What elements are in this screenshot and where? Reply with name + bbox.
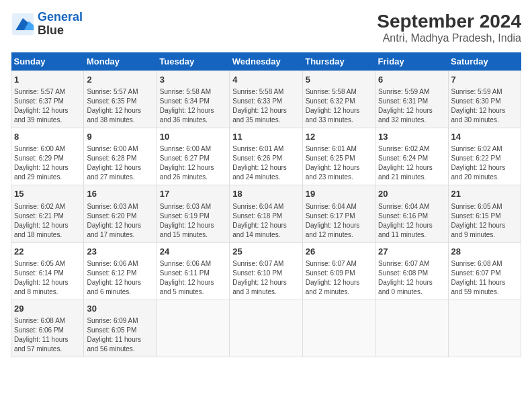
day-number: 1 <box>14 74 81 86</box>
calendar-cell: 21Sunrise: 6:05 AM Sunset: 6:15 PM Dayli… <box>448 185 521 242</box>
day-number: 27 <box>378 246 445 258</box>
logo: General Blue <box>11 11 83 38</box>
logo-text: General Blue <box>38 11 83 38</box>
day-number: 13 <box>378 131 445 143</box>
calendar-cell <box>302 300 375 357</box>
calendar-cell: 23Sunrise: 6:06 AM Sunset: 6:12 PM Dayli… <box>84 242 157 300</box>
day-number: 15 <box>14 188 81 200</box>
day-number: 17 <box>160 188 226 200</box>
day-number: 30 <box>87 303 153 315</box>
day-info: Sunrise: 6:03 AM Sunset: 6:20 PM Dayligh… <box>87 202 153 240</box>
day-info: Sunrise: 6:06 AM Sunset: 6:11 PM Dayligh… <box>160 259 226 297</box>
day-info: Sunrise: 5:59 AM Sunset: 6:31 PM Dayligh… <box>378 87 445 125</box>
day-number: 4 <box>232 74 299 86</box>
day-number: 2 <box>87 74 153 86</box>
calendar-cell: 28Sunrise: 6:08 AM Sunset: 6:07 PM Dayli… <box>448 242 521 300</box>
day-number: 23 <box>87 246 153 258</box>
day-info: Sunrise: 5:58 AM Sunset: 6:34 PM Dayligh… <box>160 87 226 125</box>
calendar-cell: 13Sunrise: 6:02 AM Sunset: 6:24 PM Dayli… <box>375 128 448 185</box>
day-number: 18 <box>232 188 299 200</box>
calendar-cell <box>448 300 521 357</box>
column-header-monday: Monday <box>84 52 157 71</box>
calendar-cell: 4Sunrise: 5:58 AM Sunset: 6:33 PM Daylig… <box>230 71 302 128</box>
day-info: Sunrise: 6:08 AM Sunset: 6:07 PM Dayligh… <box>451 259 518 297</box>
day-number: 5 <box>306 74 372 86</box>
calendar-cell: 1Sunrise: 5:57 AM Sunset: 6:37 PM Daylig… <box>11 71 84 128</box>
page-header: General Blue September 2024 Antri, Madhy… <box>11 11 521 44</box>
day-number: 24 <box>160 246 226 258</box>
calendar-cell: 11Sunrise: 6:01 AM Sunset: 6:26 PM Dayli… <box>230 128 302 185</box>
day-number: 28 <box>451 246 518 258</box>
column-header-saturday: Saturday <box>448 52 521 71</box>
day-info: Sunrise: 6:08 AM Sunset: 6:06 PM Dayligh… <box>14 316 81 354</box>
calendar-cell: 12Sunrise: 6:01 AM Sunset: 6:25 PM Dayli… <box>302 128 375 185</box>
day-info: Sunrise: 6:02 AM Sunset: 6:22 PM Dayligh… <box>451 144 518 182</box>
day-info: Sunrise: 6:00 AM Sunset: 6:27 PM Dayligh… <box>160 144 226 182</box>
day-info: Sunrise: 6:05 AM Sunset: 6:14 PM Dayligh… <box>14 259 81 297</box>
page-subtitle: Antri, Madhya Pradesh, India <box>377 32 521 44</box>
calendar-cell: 15Sunrise: 6:02 AM Sunset: 6:21 PM Dayli… <box>11 185 84 242</box>
day-number: 3 <box>160 74 226 86</box>
column-header-tuesday: Tuesday <box>157 52 229 71</box>
calendar-cell: 5Sunrise: 5:58 AM Sunset: 6:32 PM Daylig… <box>302 71 375 128</box>
day-number: 21 <box>451 188 518 200</box>
calendar-cell: 26Sunrise: 6:07 AM Sunset: 6:09 PM Dayli… <box>302 242 375 300</box>
calendar-week-1: 1Sunrise: 5:57 AM Sunset: 6:37 PM Daylig… <box>11 71 521 128</box>
calendar-cell: 17Sunrise: 6:03 AM Sunset: 6:19 PM Dayli… <box>157 185 229 242</box>
calendar-cell: 8Sunrise: 6:00 AM Sunset: 6:29 PM Daylig… <box>11 128 84 185</box>
calendar-week-2: 8Sunrise: 6:00 AM Sunset: 6:29 PM Daylig… <box>11 128 521 185</box>
day-info: Sunrise: 6:02 AM Sunset: 6:21 PM Dayligh… <box>14 202 81 240</box>
calendar-cell: 2Sunrise: 5:57 AM Sunset: 6:35 PM Daylig… <box>84 71 157 128</box>
calendar-cell <box>157 300 229 357</box>
day-number: 20 <box>378 188 445 200</box>
day-info: Sunrise: 6:02 AM Sunset: 6:24 PM Dayligh… <box>378 144 445 182</box>
day-number: 10 <box>160 131 226 143</box>
day-info: Sunrise: 6:07 AM Sunset: 6:08 PM Dayligh… <box>378 259 445 297</box>
calendar-table: SundayMondayTuesdayWednesdayThursdayFrid… <box>11 52 521 357</box>
day-info: Sunrise: 5:57 AM Sunset: 6:35 PM Dayligh… <box>87 87 153 125</box>
day-info: Sunrise: 6:04 AM Sunset: 6:16 PM Dayligh… <box>378 202 445 240</box>
calendar-cell: 7Sunrise: 5:59 AM Sunset: 6:30 PM Daylig… <box>448 71 521 128</box>
calendar-week-4: 22Sunrise: 6:05 AM Sunset: 6:14 PM Dayli… <box>11 242 521 300</box>
day-info: Sunrise: 6:03 AM Sunset: 6:19 PM Dayligh… <box>160 202 226 240</box>
day-info: Sunrise: 5:58 AM Sunset: 6:32 PM Dayligh… <box>306 87 372 125</box>
day-info: Sunrise: 6:04 AM Sunset: 6:17 PM Dayligh… <box>306 202 372 240</box>
day-info: Sunrise: 5:57 AM Sunset: 6:37 PM Dayligh… <box>14 87 81 125</box>
day-number: 25 <box>232 246 299 258</box>
logo-icon <box>11 12 35 36</box>
day-info: Sunrise: 5:59 AM Sunset: 6:30 PM Dayligh… <box>451 87 518 125</box>
calendar-cell: 24Sunrise: 6:06 AM Sunset: 6:11 PM Dayli… <box>157 242 229 300</box>
calendar-cell: 10Sunrise: 6:00 AM Sunset: 6:27 PM Dayli… <box>157 128 229 185</box>
day-number: 16 <box>87 188 153 200</box>
day-number: 7 <box>451 74 518 86</box>
calendar-cell: 14Sunrise: 6:02 AM Sunset: 6:22 PM Dayli… <box>448 128 521 185</box>
day-info: Sunrise: 6:05 AM Sunset: 6:15 PM Dayligh… <box>451 202 518 240</box>
day-info: Sunrise: 6:09 AM Sunset: 6:05 PM Dayligh… <box>87 316 153 354</box>
calendar-cell: 9Sunrise: 6:00 AM Sunset: 6:28 PM Daylig… <box>84 128 157 185</box>
calendar-cell <box>230 300 302 357</box>
day-number: 19 <box>306 188 372 200</box>
calendar-cell: 16Sunrise: 6:03 AM Sunset: 6:20 PM Dayli… <box>84 185 157 242</box>
calendar-cell: 29Sunrise: 6:08 AM Sunset: 6:06 PM Dayli… <box>11 300 84 357</box>
day-info: Sunrise: 6:00 AM Sunset: 6:28 PM Dayligh… <box>87 144 153 182</box>
calendar-cell: 6Sunrise: 5:59 AM Sunset: 6:31 PM Daylig… <box>375 71 448 128</box>
day-info: Sunrise: 5:58 AM Sunset: 6:33 PM Dayligh… <box>232 87 299 125</box>
calendar-body: 1Sunrise: 5:57 AM Sunset: 6:37 PM Daylig… <box>11 71 521 357</box>
day-info: Sunrise: 6:01 AM Sunset: 6:25 PM Dayligh… <box>306 144 372 182</box>
calendar-cell: 27Sunrise: 6:07 AM Sunset: 6:08 PM Dayli… <box>375 242 448 300</box>
day-number: 29 <box>14 303 81 315</box>
column-header-wednesday: Wednesday <box>230 52 302 71</box>
day-number: 6 <box>378 74 445 86</box>
column-header-sunday: Sunday <box>11 52 84 71</box>
calendar-cell: 20Sunrise: 6:04 AM Sunset: 6:16 PM Dayli… <box>375 185 448 242</box>
day-number: 11 <box>232 131 299 143</box>
calendar-cell: 22Sunrise: 6:05 AM Sunset: 6:14 PM Dayli… <box>11 242 84 300</box>
day-info: Sunrise: 6:04 AM Sunset: 6:18 PM Dayligh… <box>232 202 299 240</box>
calendar-header: SundayMondayTuesdayWednesdayThursdayFrid… <box>11 52 521 71</box>
column-header-friday: Friday <box>375 52 448 71</box>
day-info: Sunrise: 6:07 AM Sunset: 6:10 PM Dayligh… <box>232 259 299 297</box>
day-info: Sunrise: 6:01 AM Sunset: 6:26 PM Dayligh… <box>232 144 299 182</box>
calendar-cell: 30Sunrise: 6:09 AM Sunset: 6:05 PM Dayli… <box>84 300 157 357</box>
calendar-cell <box>375 300 448 357</box>
calendar-week-3: 15Sunrise: 6:02 AM Sunset: 6:21 PM Dayli… <box>11 185 521 242</box>
